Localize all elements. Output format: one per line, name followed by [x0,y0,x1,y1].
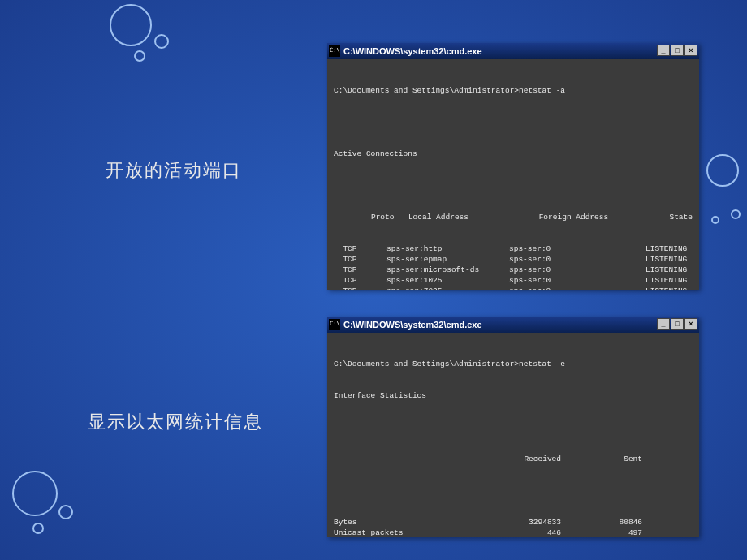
label-eth-stats: 显示以太网统计信息 [88,410,263,434]
cmd-window-netstat-a: C:\WINDOWS\system32\cmd.exe _ □ × C:\Doc… [327,43,699,290]
close-button[interactable]: × [684,318,697,330]
window-title: C:\WINDOWS\system32\cmd.exe [343,46,482,56]
stat-column-headers: ReceivedSent [334,454,693,464]
close-button[interactable]: × [684,45,697,56]
maximize-button[interactable]: □ [671,45,684,56]
bubble-decoration [731,209,741,219]
bubble-decoration [154,34,169,49]
connections-header: Active Connections [334,149,693,159]
connection-row: TCP sps-ser:epmapsps-ser:0LISTENING [334,254,693,265]
minimize-button[interactable]: _ [657,318,670,330]
connection-row: TCP sps-ser:httpsps-ser:0LISTENING [334,243,693,254]
prompt-line: C:\Documents and Settings\Administrator>… [334,85,693,96]
minimize-button[interactable]: _ [657,45,670,56]
stats-header: Interface Statistics [334,390,693,401]
cmd-icon [329,319,340,330]
prompt-line: C:\Documents and Settings\Administrator>… [334,359,693,369]
bubble-decoration [706,154,739,187]
connection-row: TCP sps-ser:microsoft-dssps-ser:0LISTENI… [334,265,693,275]
console-output: C:\Documents and Settings\Administrator>… [327,59,699,290]
connection-row: TCP sps-ser:7025sps-ser:0LISTENING [334,286,693,290]
stat-row: Unicast packets446497 [334,528,693,537]
window-title: C:\WINDOWS\system32\cmd.exe [343,320,482,330]
bubble-decoration [110,4,152,46]
bubble-decoration [134,50,145,62]
console-output: C:\Documents and Settings\Administrator>… [327,333,699,537]
bubble-decoration [711,216,719,224]
cmd-window-netstat-e: C:\WINDOWS\system32\cmd.exe _ □ × C:\Doc… [327,317,699,537]
bubble-decoration [12,471,58,516]
titlebar[interactable]: C:\WINDOWS\system32\cmd.exe _ □ × [327,317,699,333]
maximize-button[interactable]: □ [671,318,684,330]
bubble-decoration [32,523,44,534]
stat-row: Bytes329483380846 [334,517,693,528]
cmd-icon [329,45,340,57]
label-open-ports: 开放的活动端口 [106,158,242,183]
bubble-decoration [58,505,73,519]
column-headers: ProtoLocal AddressForeign AddressState [334,212,693,222]
titlebar[interactable]: C:\WINDOWS\system32\cmd.exe _ □ × [327,43,699,59]
connection-row: TCP sps-ser:1025sps-ser:0LISTENING [334,275,693,286]
